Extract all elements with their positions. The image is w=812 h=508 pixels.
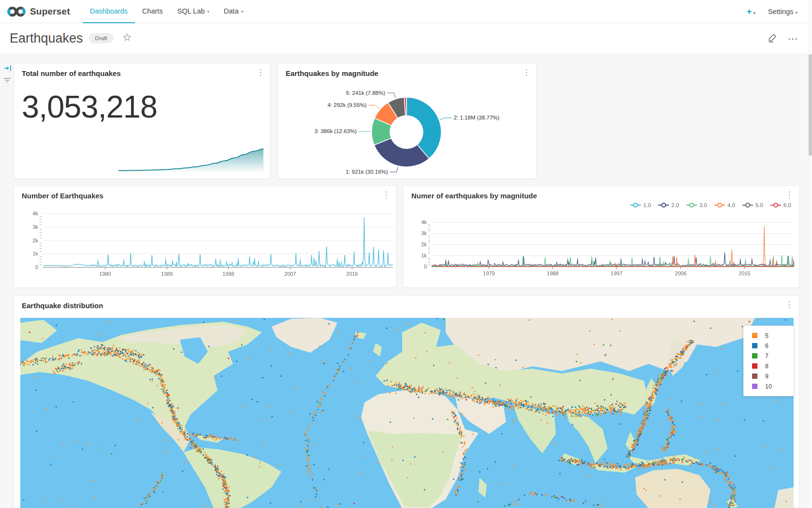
legend-swatch xyxy=(752,343,757,348)
trend-sparkline xyxy=(118,147,263,173)
legend-item-2.0[interactable]: 2.0 xyxy=(658,202,679,208)
nav-item-data[interactable]: Data▾ xyxy=(217,0,250,23)
chart-title: Numer of earthquakes by magnitude xyxy=(411,192,537,200)
legend-item-6.0[interactable]: 6.0 xyxy=(770,202,791,208)
donut-label-leader xyxy=(369,105,379,108)
chart-title: Earthquakes by magnitude xyxy=(286,69,378,77)
earthquake-count-chart[interactable] xyxy=(14,186,397,288)
caret-down-icon: ▾ xyxy=(207,8,210,14)
legend-marker-icon xyxy=(658,202,669,208)
nav-item-charts[interactable]: Charts xyxy=(135,0,170,23)
nav-item-sql-lab[interactable]: SQL Lab▾ xyxy=(170,0,217,23)
kebab-menu-icon[interactable]: ⋮ xyxy=(522,67,531,77)
legend-swatch xyxy=(752,384,757,389)
donut-label-leader xyxy=(387,93,395,98)
legend-item-4.0[interactable]: 4.0 xyxy=(714,202,735,208)
donut-slice-label: 2: 1.18M (38.77%) xyxy=(454,115,500,120)
caret-down-icon: ▾ xyxy=(241,8,244,14)
map-legend-item-7: 7 xyxy=(752,351,794,361)
status-badge: Draft xyxy=(89,33,114,43)
chart-title: Total number of earthquakes xyxy=(22,69,121,77)
magnitude-lines-chart[interactable] xyxy=(404,186,800,288)
legend-item-3.0[interactable]: 3.0 xyxy=(686,202,707,208)
legend-marker-icon xyxy=(714,202,725,208)
superset-infinity-icon xyxy=(7,5,26,18)
kebab-menu-icon[interactable]: ⋮ xyxy=(784,190,794,200)
caret-down-icon: ▾ xyxy=(795,10,798,15)
superset-logo[interactable]: Superset xyxy=(0,5,70,18)
card-earthquakes-by-magnitude-lines: Numer of earthquakes by magnitude ⋮ 1.02… xyxy=(403,185,799,288)
edit-pencil-icon[interactable] xyxy=(768,32,778,45)
kebab-menu-icon[interactable]: ⋮ xyxy=(784,299,794,310)
new-button[interactable]: +▾ xyxy=(746,6,755,17)
filter-icon[interactable] xyxy=(3,76,11,85)
big-number-value: 3,053,218 xyxy=(22,89,157,125)
world-map[interactable] xyxy=(20,318,794,508)
map-legend-item-10: 10 xyxy=(752,381,794,391)
donut-slice-label: 1: 921k (30.16%) xyxy=(346,169,388,175)
map-legend-item-6: 6 xyxy=(752,341,794,351)
donut-slice-label: 5: 241k (7.88%) xyxy=(346,90,385,96)
legend-swatch xyxy=(752,374,757,379)
magnitude-donut-chart[interactable]: 2: 1.18M (38.77%)1: 921k (30.16%)3: 386k… xyxy=(278,63,537,179)
page-title: Earthquakes xyxy=(10,31,83,46)
legend-marker-icon xyxy=(742,202,753,208)
more-actions-icon[interactable]: … xyxy=(787,34,798,43)
dashboard-header: Earthquakes Draft … xyxy=(0,23,812,53)
collapse-panel-icon[interactable] xyxy=(4,65,12,74)
chart-legend: 1.02.03.04.05.06.0 xyxy=(630,202,791,208)
nav-menu: DashboardsChartsSQL Lab▾Data▾ xyxy=(83,0,250,23)
donut-slice-label: 3: 386k (12.63%) xyxy=(314,128,357,134)
caret-down-icon: ▾ xyxy=(754,11,756,15)
nav-item-dashboards[interactable]: Dashboards xyxy=(83,0,135,23)
legend-item-5.0[interactable]: 5.0 xyxy=(742,202,763,208)
legend-marker-icon xyxy=(770,202,781,208)
legend-marker-icon xyxy=(686,202,697,208)
map-legend-item-9: 9 xyxy=(752,371,794,381)
card-number-of-earthquakes: Number of Earthquakes ⋮ xyxy=(14,185,396,288)
legend-swatch xyxy=(752,353,757,359)
page-scrollbar[interactable] xyxy=(809,0,812,508)
legend-item-1.0[interactable]: 1.0 xyxy=(630,202,651,208)
dashboard-body: Total number of earthquakes ⋮ 3,053,218 … xyxy=(0,53,812,508)
chart-title: Number of Earthquakes xyxy=(22,192,103,200)
map-legend-item-5: 5 xyxy=(752,330,794,341)
legend-swatch xyxy=(752,363,757,369)
settings-menu[interactable]: Settings▾ xyxy=(768,8,798,15)
kebab-menu-icon[interactable]: ⋮ xyxy=(381,190,391,200)
map-legend: 5678910 xyxy=(743,326,794,396)
top-nav: Superset DashboardsChartsSQL Lab▾Data▾ +… xyxy=(0,0,812,23)
card-earthquakes-by-magnitude: Earthquakes by magnitude ⋮ 2: 1.18M (38.… xyxy=(277,63,536,179)
card-total-earthquakes: Total number of earthquakes ⋮ 3,053,218 xyxy=(14,63,271,179)
kebab-menu-icon[interactable]: ⋮ xyxy=(256,67,265,77)
card-earthquake-distribution: Earthquake distribution ⋮ 5678910 xyxy=(14,295,799,508)
brand-name: Superset xyxy=(30,6,70,17)
favorite-star-icon[interactable] xyxy=(122,32,132,44)
chart-title: Earthquake distribution xyxy=(22,301,103,310)
scrollbar-thumb[interactable] xyxy=(809,54,812,156)
donut-label-leader xyxy=(390,167,398,172)
donut-label-leader xyxy=(440,118,451,120)
legend-marker-icon xyxy=(630,202,641,208)
map-legend-item-8: 8 xyxy=(752,361,794,371)
legend-swatch xyxy=(752,333,757,338)
donut-slice-label: 4: 292k (9.55%) xyxy=(327,102,366,108)
